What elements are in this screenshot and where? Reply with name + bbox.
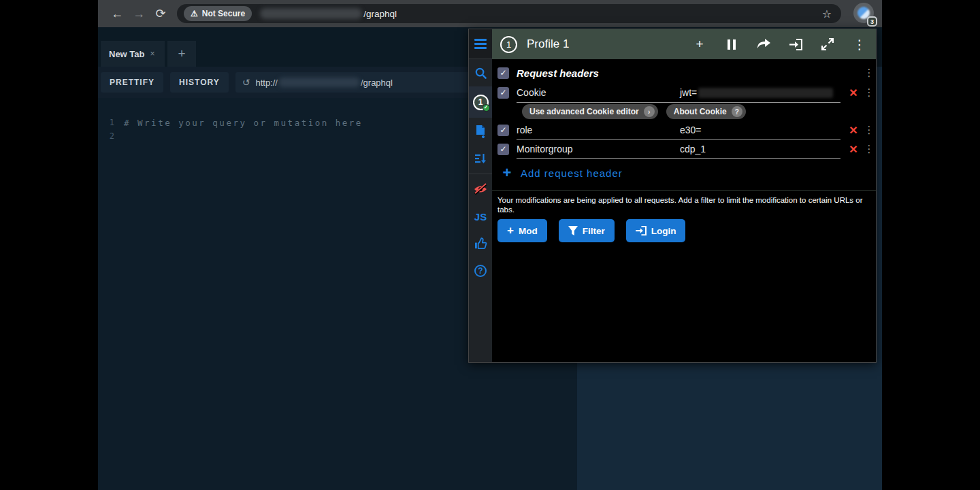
popup-main: 1 Profile 1 + [492,29,876,362]
popup-content: ✓ Request headers ⋮ ✓ Cookie jwt= ✕ ⋮ [492,59,876,362]
row-more-icon[interactable]: ⋮ [862,86,876,99]
tab-close-icon[interactable]: × [150,49,155,59]
browser-toolbar: ← → ⟳ ⚠ Not Secure /graphql ☆ 3 [98,0,882,27]
section-more-icon[interactable]: ⋮ [862,67,876,79]
screen: ← → ⟳ ⚠ Not Secure /graphql ☆ 3 [0,0,980,490]
profile-active-check-icon: ✓ [483,104,490,112]
bookmark-star-icon[interactable]: ☆ [819,7,834,20]
eye-slash-icon [473,183,488,195]
menu-button[interactable] [469,29,492,59]
header-row-monitorgroup: ✓ Monitorgroup cdp_1 ✕ ⋮ [497,140,876,159]
filter-button-label: Filter [583,226,605,236]
row-checkbox[interactable]: ✓ [497,125,509,136]
row-checkbox[interactable]: ✓ [497,144,509,155]
add-request-header-label: Add request header [521,167,623,179]
add-request-header-link[interactable]: + Add request header [497,163,876,183]
plus-icon: + [497,164,517,182]
search-icon [474,67,487,80]
profile-avatar[interactable]: 3 [853,3,875,24]
rate-button[interactable] [469,230,492,257]
thumbs-up-icon [474,238,487,250]
row-underline [517,102,840,103]
refresh-schema-icon[interactable]: ↺ [242,77,250,88]
pause-icon[interactable] [725,37,738,51]
advanced-cookie-editor-chip[interactable]: Use advanced Cookie editor › [522,104,658,119]
sidebar-divider [469,174,492,174]
redacted-domain [260,8,362,19]
modification-note: Your modifications are being applied to … [497,191,876,214]
header-value[interactable]: cdp_1 [680,144,845,154]
help-button[interactable]: ? [469,257,492,284]
header-name[interactable]: Cookie [517,87,680,98]
extension-count-badge: 3 [867,16,877,27]
funnel-icon [568,226,578,235]
history-button[interactable]: HISTORY [170,72,229,93]
row-more-icon[interactable]: ⋮ [862,143,876,155]
row-checkbox[interactable]: ✓ [497,87,509,99]
redacted-jwt-value [698,88,833,98]
login-button-label: Login [651,226,676,236]
popup-sidebar: 1 ✓ [469,29,492,362]
filter-button[interactable]: Filter [559,219,615,242]
search-button[interactable] [469,59,492,86]
new-tab-button[interactable]: + [167,41,196,67]
delete-header-icon[interactable]: ✕ [845,86,862,99]
url-path: /graphql [363,9,397,19]
header-value-text: e30= [680,125,702,135]
hide-extension-button[interactable] [469,176,492,203]
line-number: 2 [98,131,114,141]
sort-profiles-button[interactable] [469,145,492,172]
back-button[interactable]: ← [106,7,128,21]
chip-label: About Cookie [674,107,727,116]
mod-button[interactable]: + Mod [497,219,547,242]
header-name[interactable]: Monitorgroup [517,144,680,154]
forward-button[interactable]: → [128,7,150,21]
login-button[interactable]: Login [626,219,686,242]
delete-header-icon[interactable]: ✕ [845,124,862,137]
more-options-icon[interactable]: ⋮ [853,37,866,51]
header-value[interactable]: jwt= [680,87,845,98]
about-cookie-chip[interactable]: About Cookie ? [666,104,746,119]
address-bar[interactable]: ⚠ Not Secure /graphql ☆ [177,4,841,23]
js-icon: JS [474,211,487,223]
endpoint-suffix: /graphql [361,78,393,88]
profile-1-icon: 1 ✓ [473,95,489,110]
login-icon[interactable] [789,37,802,51]
file-plus-icon [474,125,487,138]
popup-header: 1 Profile 1 + [492,29,876,59]
plus-icon: + [507,224,514,238]
header-value[interactable]: e30= [680,125,845,135]
header-actions: + [693,37,866,51]
not-secure-chip[interactable]: ⚠ Not Secure [184,6,252,21]
row-more-icon[interactable]: ⋮ [862,124,876,136]
endpoint-prefix: http:// [255,78,278,88]
login-icon [636,226,647,235]
sort-icon [474,152,487,165]
action-buttons: + Mod Filter [497,219,876,242]
share-icon[interactable] [757,37,770,51]
sidebar-profile-1[interactable]: 1 ✓ [469,86,492,118]
section-checkbox[interactable]: ✓ [497,67,509,79]
prettify-button[interactable]: PRETTIFY [101,72,163,93]
add-icon[interactable]: + [693,37,706,51]
reload-button[interactable]: ⟳ [150,6,172,21]
modheader-popup: 1 ✓ [468,29,877,363]
header-row-role: ✓ role e30= ✕ ⋮ [497,120,876,140]
mod-button-label: Mod [519,226,538,236]
delete-header-icon[interactable]: ✕ [845,143,862,156]
header-value-text: cdp_1 [680,144,706,154]
tab-new-tab[interactable]: New Tab × [101,41,165,67]
add-profile-button[interactable] [469,118,492,145]
expand-icon[interactable] [821,37,834,51]
line-number: 1 [98,118,114,127]
request-headers-section: ✓ Request headers ⋮ [497,63,876,82]
header-value-text: jwt= [680,87,697,98]
header-name[interactable]: role [517,125,680,135]
js-injector-button[interactable]: JS [469,203,492,230]
editor-comment: # Write your query or mutation here [124,118,363,128]
question-icon: ? [732,106,742,117]
help-icon: ? [474,265,487,277]
profile-number: 1 [478,97,483,107]
chip-label: Use advanced Cookie editor [529,107,639,116]
profile-number-icon: 1 [500,36,517,53]
